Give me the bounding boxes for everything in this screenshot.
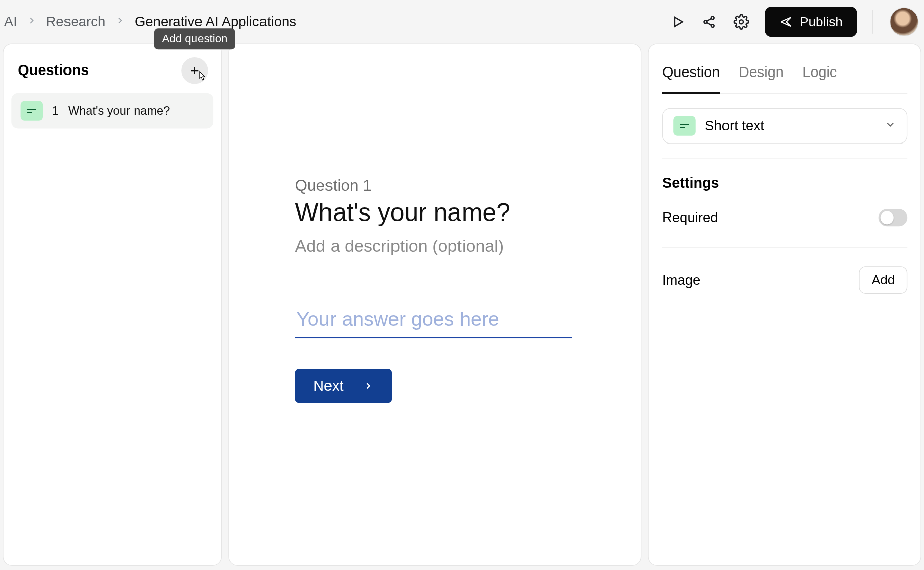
question-list-item[interactable]: 1 What's your name? — [11, 93, 213, 129]
share-icon — [702, 14, 717, 30]
play-icon — [670, 14, 686, 30]
settings-button[interactable] — [728, 9, 754, 35]
svg-line-4 — [707, 19, 712, 21]
user-avatar[interactable] — [890, 7, 919, 36]
question-number: 1 — [52, 104, 58, 118]
svg-point-2 — [711, 16, 714, 19]
answer-input[interactable] — [295, 303, 572, 338]
required-label: Required — [662, 210, 718, 226]
image-label: Image — [662, 272, 700, 288]
inspector-tabs: Question Design Logic — [662, 57, 907, 94]
tab-logic[interactable]: Logic — [802, 60, 837, 93]
required-toggle[interactable] — [879, 209, 908, 226]
chevron-right-icon — [26, 15, 37, 29]
chevron-down-icon — [884, 119, 896, 133]
svg-point-1 — [704, 20, 707, 23]
question-text: What's your name? — [68, 104, 170, 118]
tab-question[interactable]: Question — [662, 60, 720, 94]
settings-heading: Settings — [662, 175, 907, 192]
send-icon — [780, 15, 793, 28]
inspector-panel: Question Design Logic Short text Setting… — [648, 43, 921, 566]
questions-sidebar: Questions Add question 1 What's your nam… — [3, 43, 222, 566]
divider — [662, 247, 907, 248]
add-image-button[interactable]: Add — [859, 266, 907, 294]
divider — [662, 158, 907, 159]
question-label: Question 1 — [295, 176, 599, 195]
short-text-type-icon — [21, 101, 43, 120]
chevron-right-icon — [115, 15, 125, 29]
svg-point-3 — [711, 24, 714, 27]
chevron-right-icon — [363, 381, 374, 391]
publish-button[interactable]: Publish — [765, 7, 857, 37]
question-type-select[interactable]: Short text — [662, 108, 907, 144]
share-button[interactable] — [697, 9, 723, 35]
question-description-input[interactable]: Add a description (optional) — [295, 236, 599, 257]
question-type-label: Short text — [705, 118, 764, 133]
svg-line-5 — [707, 23, 712, 25]
gear-icon — [734, 14, 749, 30]
breadcrumb-item-current[interactable]: Generative AI Applications — [135, 14, 296, 30]
breadcrumbs: AI Research Generative AI Applications — [4, 14, 296, 30]
preview-button[interactable] — [665, 9, 691, 35]
short-text-type-icon — [673, 116, 696, 136]
sidebar-title: Questions — [18, 62, 89, 79]
add-question-tooltip: Add question — [154, 28, 235, 49]
toggle-knob — [881, 211, 894, 224]
divider — [872, 10, 873, 34]
svg-point-6 — [740, 20, 744, 24]
question-canvas: Question 1 What's your name? Add a descr… — [228, 43, 641, 566]
next-button[interactable]: Next — [295, 369, 392, 403]
tab-design[interactable]: Design — [739, 60, 784, 93]
pointer-cursor-icon — [196, 70, 208, 83]
next-label: Next — [313, 377, 343, 394]
svg-marker-0 — [675, 17, 683, 26]
publish-label: Publish — [800, 14, 843, 29]
question-title-input[interactable]: What's your name? — [295, 198, 599, 227]
add-question-button[interactable]: Add question — [181, 57, 208, 84]
breadcrumb-item[interactable]: AI — [4, 14, 17, 30]
topbar: AI Research Generative AI Applications P… — [0, 0, 924, 43]
breadcrumb-item[interactable]: Research — [46, 14, 105, 30]
